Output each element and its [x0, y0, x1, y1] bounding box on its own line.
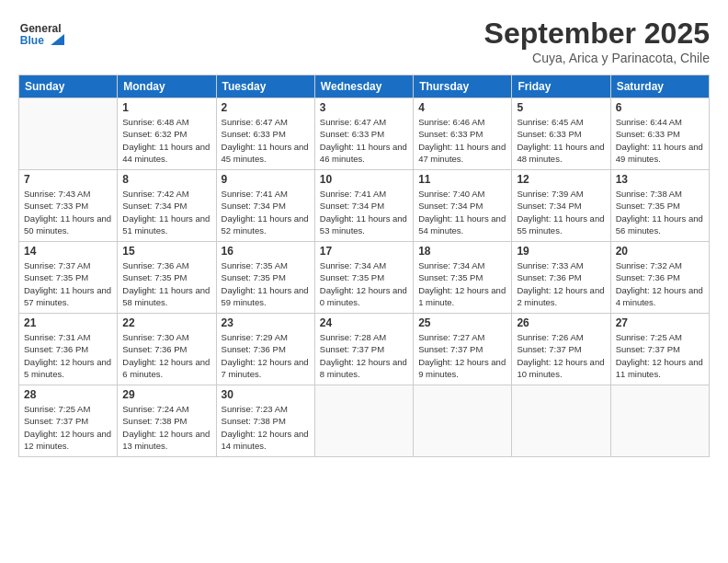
day-info: Sunrise: 6:44 AM Sunset: 6:33 PM Dayligh… [616, 116, 704, 165]
header-sunday: Sunday [19, 75, 118, 98]
title-block: September 2025 Cuya, Arica y Parinacota,… [484, 17, 710, 65]
calendar-cell-w2-d1: 15Sunrise: 7:36 AM Sunset: 7:35 PM Dayli… [118, 242, 216, 314]
day-info: Sunrise: 7:34 AM Sunset: 7:35 PM Dayligh… [418, 259, 506, 308]
calendar-cell-w0-d1: 1Sunrise: 6:48 AM Sunset: 6:32 PM Daylig… [118, 98, 216, 170]
header-wednesday: Wednesday [314, 75, 413, 98]
calendar-cell-w0-d0 [19, 98, 118, 170]
day-number: 24 [320, 316, 408, 329]
calendar-cell-w4-d3 [314, 385, 413, 457]
header-tuesday: Tuesday [216, 75, 314, 98]
day-number: 6 [616, 101, 704, 114]
day-number: 17 [320, 245, 408, 258]
week-row-4: 28Sunrise: 7:25 AM Sunset: 7:37 PM Dayli… [19, 385, 710, 457]
day-info: Sunrise: 7:35 AM Sunset: 7:35 PM Dayligh… [222, 259, 310, 308]
day-info: Sunrise: 7:25 AM Sunset: 7:37 PM Dayligh… [616, 331, 704, 380]
calendar-cell-w3-d4: 25Sunrise: 7:27 AM Sunset: 7:37 PM Dayli… [414, 314, 512, 385]
day-info: Sunrise: 7:28 AM Sunset: 7:37 PM Dayligh… [320, 331, 408, 380]
day-info: Sunrise: 7:31 AM Sunset: 7:36 PM Dayligh… [24, 331, 112, 380]
day-number: 5 [517, 101, 605, 114]
day-info: Sunrise: 7:34 AM Sunset: 7:35 PM Dayligh… [320, 259, 408, 308]
header-monday: Monday [118, 75, 216, 98]
day-info: Sunrise: 6:46 AM Sunset: 6:33 PM Dayligh… [418, 116, 506, 165]
header: General Blue September 2025 Cuya, Arica … [18, 17, 710, 65]
week-row-3: 21Sunrise: 7:31 AM Sunset: 7:36 PM Dayli… [19, 314, 710, 385]
calendar-cell-w1-d3: 10Sunrise: 7:41 AM Sunset: 7:34 PM Dayli… [314, 170, 413, 242]
day-info: Sunrise: 7:40 AM Sunset: 7:34 PM Dayligh… [418, 188, 506, 236]
svg-marker-2 [51, 34, 64, 45]
week-row-0: 1Sunrise: 6:48 AM Sunset: 6:32 PM Daylig… [19, 98, 710, 170]
day-number: 15 [122, 245, 210, 258]
location-subtitle: Cuya, Arica y Parinacota, Chile [484, 51, 710, 65]
svg-text:Blue: Blue [20, 34, 44, 47]
day-number: 25 [418, 316, 506, 329]
calendar-cell-w2-d2: 16Sunrise: 7:35 AM Sunset: 7:35 PM Dayli… [216, 242, 314, 314]
svg-text:General: General [20, 22, 62, 35]
day-info: Sunrise: 7:33 AM Sunset: 7:36 PM Dayligh… [517, 259, 605, 308]
calendar-cell-w3-d6: 27Sunrise: 7:25 AM Sunset: 7:37 PM Dayli… [610, 314, 709, 385]
day-info: Sunrise: 6:47 AM Sunset: 6:33 PM Dayligh… [320, 116, 408, 165]
page: General Blue September 2025 Cuya, Arica … [0, 0, 728, 563]
weekday-header-row: Sunday Monday Tuesday Wednesday Thursday… [19, 75, 710, 98]
calendar-cell-w3-d5: 26Sunrise: 7:26 AM Sunset: 7:37 PM Dayli… [512, 314, 610, 385]
calendar-cell-w2-d6: 20Sunrise: 7:32 AM Sunset: 7:36 PM Dayli… [610, 242, 709, 314]
calendar-table: Sunday Monday Tuesday Wednesday Thursday… [18, 75, 710, 457]
day-info: Sunrise: 7:26 AM Sunset: 7:37 PM Dayligh… [517, 331, 605, 380]
day-info: Sunrise: 7:41 AM Sunset: 7:34 PM Dayligh… [222, 188, 310, 236]
calendar-cell-w2-d5: 19Sunrise: 7:33 AM Sunset: 7:36 PM Dayli… [512, 242, 610, 314]
calendar-cell-w3-d1: 22Sunrise: 7:30 AM Sunset: 7:36 PM Dayli… [118, 314, 216, 385]
day-number: 7 [24, 173, 112, 186]
day-number: 18 [418, 245, 506, 258]
day-info: Sunrise: 7:43 AM Sunset: 7:33 PM Dayligh… [24, 188, 112, 236]
day-info: Sunrise: 7:41 AM Sunset: 7:34 PM Dayligh… [320, 188, 408, 236]
calendar-cell-w2-d4: 18Sunrise: 7:34 AM Sunset: 7:35 PM Dayli… [414, 242, 512, 314]
calendar-cell-w1-d1: 8Sunrise: 7:42 AM Sunset: 7:34 PM Daylig… [118, 170, 216, 242]
day-info: Sunrise: 7:30 AM Sunset: 7:36 PM Dayligh… [122, 331, 210, 380]
calendar-cell-w1-d6: 13Sunrise: 7:38 AM Sunset: 7:35 PM Dayli… [610, 170, 709, 242]
day-info: Sunrise: 6:48 AM Sunset: 6:32 PM Dayligh… [122, 116, 210, 165]
day-number: 27 [616, 316, 704, 329]
day-number: 14 [24, 245, 112, 258]
calendar-cell-w4-d6 [610, 385, 709, 457]
day-number: 3 [320, 101, 408, 114]
header-thursday: Thursday [414, 75, 512, 98]
day-number: 21 [24, 316, 112, 329]
calendar-cell-w1-d0: 7Sunrise: 7:43 AM Sunset: 7:33 PM Daylig… [19, 170, 118, 242]
day-number: 11 [418, 173, 506, 186]
week-row-2: 14Sunrise: 7:37 AM Sunset: 7:35 PM Dayli… [19, 242, 710, 314]
day-info: Sunrise: 7:27 AM Sunset: 7:37 PM Dayligh… [418, 331, 506, 380]
calendar-cell-w3-d2: 23Sunrise: 7:29 AM Sunset: 7:36 PM Dayli… [216, 314, 314, 385]
calendar-cell-w4-d0: 28Sunrise: 7:25 AM Sunset: 7:37 PM Dayli… [19, 385, 118, 457]
calendar-cell-w3-d3: 24Sunrise: 7:28 AM Sunset: 7:37 PM Dayli… [314, 314, 413, 385]
header-friday: Friday [512, 75, 610, 98]
logo: General Blue [18, 17, 64, 52]
day-info: Sunrise: 6:47 AM Sunset: 6:33 PM Dayligh… [222, 116, 310, 165]
day-number: 16 [222, 245, 310, 258]
month-title: September 2025 [484, 17, 710, 51]
calendar-cell-w0-d3: 3Sunrise: 6:47 AM Sunset: 6:33 PM Daylig… [314, 98, 413, 170]
calendar-cell-w3-d0: 21Sunrise: 7:31 AM Sunset: 7:36 PM Dayli… [19, 314, 118, 385]
day-number: 9 [222, 173, 310, 186]
day-number: 19 [517, 245, 605, 258]
calendar-cell-w4-d4 [414, 385, 512, 457]
day-number: 13 [616, 173, 704, 186]
day-number: 29 [122, 388, 210, 401]
calendar-cell-w1-d2: 9Sunrise: 7:41 AM Sunset: 7:34 PM Daylig… [216, 170, 314, 242]
day-info: Sunrise: 7:25 AM Sunset: 7:37 PM Dayligh… [24, 403, 112, 452]
day-info: Sunrise: 7:23 AM Sunset: 7:38 PM Dayligh… [222, 403, 310, 452]
day-number: 10 [320, 173, 408, 186]
day-number: 4 [418, 101, 506, 114]
calendar-cell-w0-d4: 4Sunrise: 6:46 AM Sunset: 6:33 PM Daylig… [414, 98, 512, 170]
day-info: Sunrise: 7:37 AM Sunset: 7:35 PM Dayligh… [24, 259, 112, 308]
header-saturday: Saturday [610, 75, 709, 98]
calendar-cell-w1-d4: 11Sunrise: 7:40 AM Sunset: 7:34 PM Dayli… [414, 170, 512, 242]
day-number: 26 [517, 316, 605, 329]
calendar-cell-w4-d1: 29Sunrise: 7:24 AM Sunset: 7:38 PM Dayli… [118, 385, 216, 457]
day-number: 2 [222, 101, 310, 114]
day-info: Sunrise: 7:36 AM Sunset: 7:35 PM Dayligh… [122, 259, 210, 308]
day-info: Sunrise: 7:42 AM Sunset: 7:34 PM Dayligh… [122, 188, 210, 236]
day-info: Sunrise: 7:39 AM Sunset: 7:34 PM Dayligh… [517, 188, 605, 236]
calendar-cell-w4-d5 [512, 385, 610, 457]
day-info: Sunrise: 6:45 AM Sunset: 6:33 PM Dayligh… [517, 116, 605, 165]
calendar-cell-w0-d5: 5Sunrise: 6:45 AM Sunset: 6:33 PM Daylig… [512, 98, 610, 170]
calendar-cell-w2-d0: 14Sunrise: 7:37 AM Sunset: 7:35 PM Dayli… [19, 242, 118, 314]
